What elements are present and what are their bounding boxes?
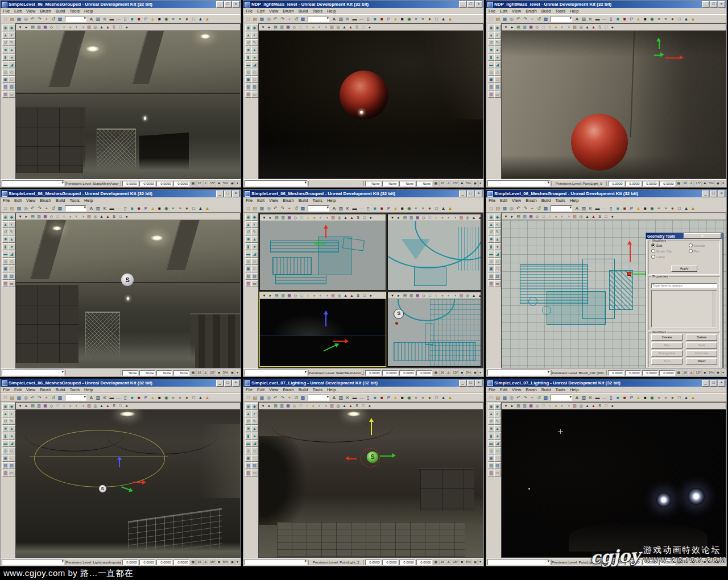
cone-brush-icon[interactable]: ▲ [494,47,501,53]
stairs-brush-icon[interactable]: ◢ [494,440,501,447]
csg-deintersect-icon[interactable]: ▨ [251,462,258,469]
menu-item[interactable]: Brush [283,198,294,203]
transform-field[interactable]: 0.0000 [139,560,155,565]
actor-marker-icon[interactable]: ▲ [471,215,476,220]
camera-speed-icon[interactable]: ● [669,16,676,22]
csg-subtract-icon[interactable]: □ [9,266,15,272]
csg-subtract-icon[interactable]: □ [9,455,15,462]
volumetric-brush-icon[interactable]: ◇ [9,69,15,76]
save-all-icon[interactable]: ▦ [259,205,265,212]
save-all-icon[interactable]: ▦ [502,16,508,22]
light-marker-icon[interactable]: ▲ [105,24,110,30]
build-cover-icon[interactable]: ▲ [392,205,399,212]
lighting-only-icon[interactable]: ◑ [323,24,328,30]
build-cover-icon[interactable]: ▲ [635,16,642,22]
stats-dropdown-icon[interactable]: ▾ [478,180,482,187]
detail-lighting-icon[interactable]: ◐ [318,293,323,298]
unlit-icon[interactable]: ○ [304,24,309,30]
drag-grid-value[interactable]: 16 [439,180,445,187]
new-map-icon[interactable]: □ [488,16,494,22]
menu-item[interactable]: Brush [283,387,294,392]
translate-icon[interactable]: + [286,16,292,22]
mesh-paint-icon[interactable]: ✎ [494,418,501,425]
scale-icon[interactable]: ▩ [543,205,549,212]
menu-item[interactable]: Brush [40,387,51,392]
lighting-only-icon[interactable]: ◑ [566,24,571,30]
play-in-editor-icon[interactable]: ◉ [163,16,169,22]
status-combo[interactable] [487,180,550,187]
mesh-paint-icon[interactable]: ✎ [9,39,15,46]
unlit-icon[interactable]: ○ [61,403,67,408]
rotation-snap-value[interactable]: 15° [452,370,459,376]
menu-item[interactable]: File [489,9,495,14]
perspective-view-icon[interactable]: ◇ [49,403,54,408]
kismet-icon[interactable]: K [345,395,351,401]
build-paths-icon[interactable]: P [386,205,392,212]
player-start-icon[interactable]: ▲ [690,205,696,212]
save-all-icon[interactable]: ▦ [259,395,265,401]
play-in-editor-icon[interactable]: ◉ [649,395,655,401]
new-map-icon[interactable]: □ [2,395,9,401]
transform-field[interactable]: 0.0000 [625,181,641,187]
unlit-icon[interactable]: ○ [547,24,552,30]
menu-item[interactable]: Build [56,387,65,392]
mesh-paint-icon[interactable]: ✎ [251,39,258,46]
scale-snap-value[interactable]: 5% [465,370,472,376]
transform-field[interactable]: 0.0000 [416,560,432,565]
dark-perspective-viewport[interactable] [260,299,386,366]
realtime-icon[interactable]: ▸ [267,403,272,408]
drag-grid-value[interactable]: 16 [196,559,202,565]
camera-speed-icon[interactable]: ● [427,205,433,212]
mesh-paint-icon[interactable]: ✎ [494,229,501,235]
menu-item[interactable]: File [3,387,10,392]
lit-icon[interactable]: ● [440,215,445,220]
minimize-button[interactable]: _ [459,1,466,8]
open-map-icon[interactable]: ▤ [252,205,258,212]
transform-field[interactable]: 0.0000 [365,560,381,565]
viewport-options-icon[interactable]: ▾ [262,215,267,220]
select-builder-icon[interactable]: ▭ [494,470,501,477]
menu-item[interactable]: Edit [500,198,507,203]
game-view-icon[interactable]: ◎ [336,24,341,30]
rotation-snap-icon[interactable]: ∠ [203,370,208,376]
wireframe-icon[interactable]: □ [427,215,432,220]
texture-pan-icon[interactable]: ◐ [494,32,501,39]
close-button[interactable]: × [718,380,725,387]
find-actors-icon[interactable]: ◎ [508,205,515,212]
fly-camera-icon[interactable]: « [413,16,419,22]
game-view-icon[interactable]: ◎ [578,403,584,408]
select-mode-icon[interactable]: □ [191,205,197,212]
save-all-icon[interactable]: ▦ [259,16,265,22]
perspective-view-icon[interactable]: ◇ [293,293,298,298]
coordinate-system-combo[interactable] [308,16,329,22]
top-view-icon[interactable]: ▤ [273,403,278,408]
shader-complexity-icon[interactable]: ▧ [572,214,577,219]
fly-camera-icon[interactable]: « [413,205,419,212]
menu-item[interactable]: File [246,9,253,14]
light-marker-icon[interactable]: ▲ [591,403,596,408]
undo-icon[interactable]: ↶ [515,395,522,401]
texture-pan-icon[interactable]: ◐ [251,411,258,417]
delete-button[interactable]: Delete [686,334,717,341]
side-view-icon[interactable]: ▦ [415,215,420,220]
build-lighting-icon[interactable]: ■ [622,395,628,401]
maximize-button[interactable]: □ [467,1,474,8]
transform-field[interactable]: 0.0000 [625,370,641,376]
minimize-button[interactable]: _ [702,380,709,387]
play-in-editor-icon[interactable]: ◉ [163,395,169,401]
search-input[interactable] [651,283,717,288]
build-all-icon[interactable]: ■ [642,395,648,401]
selected-vertex[interactable] [627,272,631,276]
kismet-icon[interactable]: K [345,205,351,212]
stairs-brush-icon[interactable]: ◢ [494,61,501,68]
drag-grid-value[interactable]: 16 [196,370,202,376]
close-button[interactable]: × [718,1,725,8]
build-cover-icon[interactable]: ▲ [150,16,156,22]
actor-marker-icon[interactable]: ▲ [99,214,104,219]
sprite-marker-icon[interactable]: S [355,293,361,298]
csg-subtract-icon[interactable]: □ [251,76,258,83]
brush-polys-icon[interactable]: ▯ [365,16,371,22]
redo-icon[interactable]: ↷ [279,16,286,22]
detail-lighting-icon[interactable]: ◐ [317,403,322,408]
scale-snap-value[interactable]: 5% [465,559,472,565]
